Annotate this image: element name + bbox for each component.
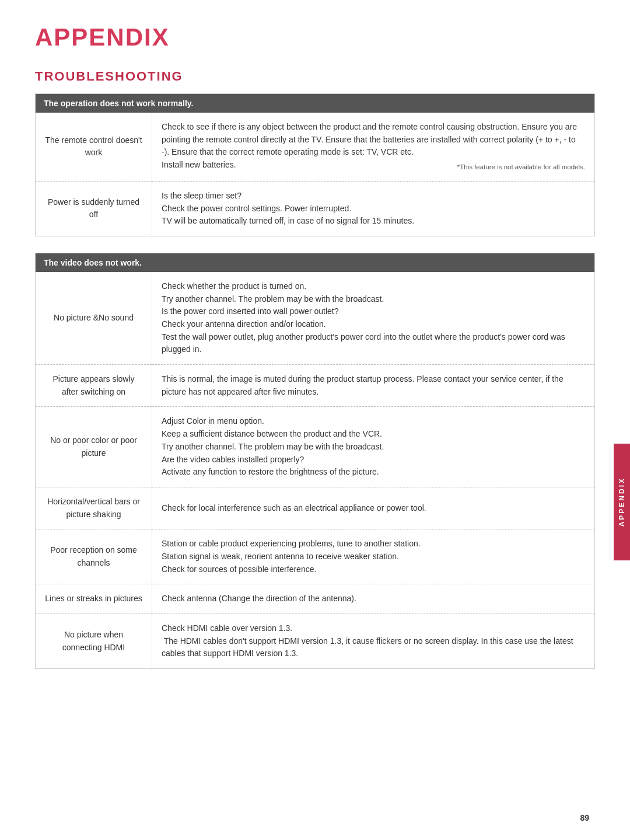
solution-text: Check for local interference such as an … [162,503,426,513]
page-title: APPENDIX [35,23,595,51]
section-title: TROUBLESHOOTING [35,69,595,84]
problem-label: No or poor color or poor picture [36,407,152,487]
table-video: The video does not work. No picture &No … [35,253,595,669]
table-header-2: The video does not work. [36,253,595,272]
table-row: Lines or streaks in pictures Check anten… [36,584,595,614]
table-row: Power is suddenly turned off Is the slee… [36,181,595,236]
problem-label: Power is suddenly turned off [36,181,152,236]
table-header-1: The operation does not work normally. [36,94,595,113]
solution-text: Check HDMI cable over version 1.3. The H… [162,623,573,658]
solution-text: Check whether the product is turned on.T… [162,281,565,354]
problem-label: The remote control doesn't work [36,113,152,181]
problem-label: Horizontal/vertical bars or picture shak… [36,487,152,529]
table-row: The remote control doesn't work Check to… [36,113,595,181]
table-row: No picture when connecting HDMI Check HD… [36,614,595,669]
solution-cell: Check to see if there is any object betw… [152,113,595,181]
solution-text: Check antenna (Change the direction of t… [162,594,356,603]
solution-cell: Is the sleep timer set?Check the power c… [152,181,595,236]
solution-text: This is normal, the image is muted durin… [162,374,564,396]
solution-cell: Check HDMI cable over version 1.3. The H… [152,614,595,669]
note-text: *This feature is not available for all m… [457,162,585,173]
solution-cell: Check for local interference such as an … [152,487,595,529]
solution-cell: Adjust Color in menu option.Keep a suffi… [152,407,595,487]
solution-cell: Check antenna (Change the direction of t… [152,584,595,614]
problem-label: Poor reception on some channels [36,529,152,584]
solution-cell: Check whether the product is turned on.T… [152,272,595,365]
table-row: No picture &No sound Check whether the p… [36,272,595,365]
table-row: Horizontal/vertical bars or picture shak… [36,487,595,529]
problem-label: Lines or streaks in pictures [36,584,152,614]
table-row: No or poor color or poor picture Adjust … [36,407,595,487]
solution-text: Check to see if there is any object betw… [162,122,577,169]
sidebar-label: APPENDIX [618,477,626,527]
table-operation: The operation does not work normally. Th… [35,93,595,236]
problem-label: Picture appears slowly after switching o… [36,365,152,407]
problem-label: No picture &No sound [36,272,152,365]
solution-text: Adjust Color in menu option.Keep a suffi… [162,416,384,476]
sidebar-appendix: APPENDIX [614,444,630,560]
table-row: Picture appears slowly after switching o… [36,365,595,407]
problem-label: No picture when connecting HDMI [36,614,152,669]
table-row: Poor reception on some channels Station … [36,529,595,584]
solution-text: Station or cable product experiencing pr… [162,539,421,573]
page-number: 89 [580,813,589,822]
solution-cell: Station or cable product experiencing pr… [152,529,595,584]
solution-cell: This is normal, the image is muted durin… [152,365,595,407]
solution-text: Is the sleep timer set?Check the power c… [162,191,414,225]
